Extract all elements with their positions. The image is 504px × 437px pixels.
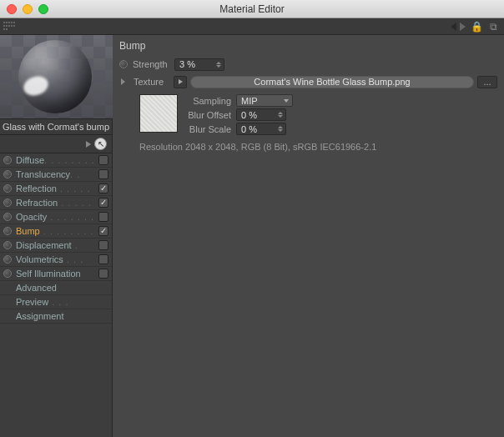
- channel-label: Volumetrics . . .: [16, 254, 98, 264]
- blur-scale-input[interactable]: 0 %: [236, 123, 286, 135]
- texture-file-field[interactable]: Cormat's Wine Bottle Glass Bump.png: [190, 76, 474, 88]
- texture-resolution-info: Resolution 2048 x 2048, RGB (8 Bit), sRG…: [139, 142, 497, 152]
- channel-translucency[interactable]: Translucency. .: [0, 168, 112, 182]
- texture-disclosure-icon[interactable]: [121, 78, 125, 85]
- channel-opacity[interactable]: Opacity . . . . . . . .: [0, 210, 112, 224]
- history-back-icon[interactable]: [451, 23, 456, 31]
- zoom-window-button[interactable]: [38, 4, 48, 14]
- channel-radio[interactable]: [3, 213, 12, 221]
- expand-icon[interactable]: ⧉: [490, 21, 497, 33]
- strength-input[interactable]: 3 %: [174, 58, 224, 71]
- channel-displacement[interactable]: Displacement .: [0, 239, 112, 253]
- channel-label: Preview . . .: [16, 297, 108, 307]
- channel-label: Displacement .: [16, 240, 98, 250]
- cursor-icon[interactable]: ↖: [94, 138, 107, 150]
- channel-checkbox[interactable]: [98, 226, 108, 236]
- content-panel: Bump Strength 3 % Texture Cormat's Wine …: [113, 35, 504, 437]
- material-preview[interactable]: [0, 35, 113, 118]
- channel-radio[interactable]: [3, 156, 12, 164]
- channel-checkbox[interactable]: [98, 183, 108, 193]
- play-triangle-icon: [179, 79, 183, 84]
- history-forward-icon[interactable]: [460, 23, 466, 31]
- channel-bump[interactable]: Bump . . . . . . . . .: [0, 224, 112, 239]
- strength-radio[interactable]: [119, 60, 128, 68]
- channel-label: Opacity . . . . . . . .: [16, 212, 98, 222]
- spinner-icon[interactable]: [278, 123, 284, 134]
- minimize-window-button[interactable]: [23, 4, 33, 14]
- channel-label: Bump . . . . . . . . .: [16, 226, 98, 236]
- channel-label: Translucency. .: [16, 169, 98, 179]
- channel-radio[interactable]: [3, 227, 12, 235]
- channel-label: Assignment: [16, 311, 108, 321]
- spinner-icon[interactable]: [278, 109, 284, 120]
- blur-offset-value: 0 %: [241, 110, 257, 120]
- channel-checkbox[interactable]: [98, 240, 108, 250]
- sampling-label: Sampling: [184, 96, 236, 106]
- channel-label: Reflection . . . . .: [16, 183, 98, 193]
- channel-checkbox[interactable]: [98, 212, 108, 222]
- sampling-select[interactable]: MIP: [236, 94, 293, 107]
- channel-radio[interactable]: [3, 255, 12, 264]
- texture-swatch[interactable]: [139, 94, 178, 133]
- chevron-down-icon: [284, 99, 289, 103]
- channel-checkbox[interactable]: [98, 198, 108, 208]
- channel-label: Self Illumination: [16, 269, 98, 279]
- channel-label: Advanced: [16, 283, 108, 293]
- strength-value: 3 %: [179, 59, 195, 69]
- grip-icon[interactable]: [3, 22, 15, 32]
- channel-radio[interactable]: [3, 269, 12, 278]
- ellipsis-icon: ...: [483, 77, 491, 87]
- strength-label: Strength: [133, 59, 174, 69]
- channel-preview[interactable]: Preview . . .: [0, 295, 112, 309]
- play-icon[interactable]: [86, 141, 91, 148]
- channel-refraction[interactable]: Refraction . . . . .: [0, 196, 112, 210]
- channel-diffuse[interactable]: Diffuse. . . . . . . . .: [0, 153, 112, 168]
- texture-browse-button[interactable]: ...: [477, 76, 497, 88]
- channel-checkbox[interactable]: [98, 169, 108, 179]
- material-name[interactable]: Glass with Cormat's bump: [0, 118, 112, 135]
- texture-preview-button[interactable]: [174, 76, 187, 88]
- sidebar: Glass with Cormat's bump ↖ Diffuse. . . …: [0, 35, 113, 437]
- channel-radio[interactable]: [3, 198, 12, 207]
- window-title: Material Editor: [0, 3, 504, 15]
- blur-offset-label: Blur Offset: [184, 110, 236, 120]
- channel-assignment[interactable]: Assignment: [0, 309, 112, 324]
- window-controls: [7, 4, 48, 14]
- channel-radio[interactable]: [3, 170, 12, 178]
- texture-file-name: Cormat's Wine Bottle Glass Bump.png: [254, 77, 410, 87]
- titlebar: Material Editor: [0, 0, 504, 18]
- blur-scale-label: Blur Scale: [184, 124, 236, 134]
- channel-radio[interactable]: [3, 184, 12, 193]
- channel-label: Refraction . . . . .: [16, 198, 98, 208]
- toolbar: 🔒 ⧉: [0, 18, 504, 35]
- channel-list: Diffuse. . . . . . . . .Translucency. .R…: [0, 153, 112, 324]
- channel-checkbox[interactable]: [98, 155, 108, 165]
- texture-label: Texture: [134, 77, 170, 87]
- blur-scale-value: 0 %: [241, 124, 257, 134]
- channel-label: Diffuse. . . . . . . . .: [16, 155, 98, 165]
- channel-checkbox[interactable]: [98, 269, 108, 279]
- spinner-icon[interactable]: [216, 59, 222, 70]
- sampling-value: MIP: [241, 96, 258, 106]
- close-window-button[interactable]: [7, 4, 17, 14]
- channel-advanced[interactable]: Advanced: [0, 281, 112, 295]
- channel-radio[interactable]: [3, 241, 12, 249]
- preview-tools: ↖: [0, 135, 112, 153]
- channel-reflection[interactable]: Reflection . . . . .: [0, 182, 112, 196]
- blur-offset-input[interactable]: 0 %: [236, 108, 286, 121]
- channel-self-illumination[interactable]: Self Illumination: [0, 267, 112, 281]
- channel-checkbox[interactable]: [98, 254, 108, 264]
- lock-icon[interactable]: 🔒: [471, 21, 483, 33]
- panel-heading: Bump: [119, 40, 497, 52]
- channel-volumetrics[interactable]: Volumetrics . . .: [0, 253, 112, 267]
